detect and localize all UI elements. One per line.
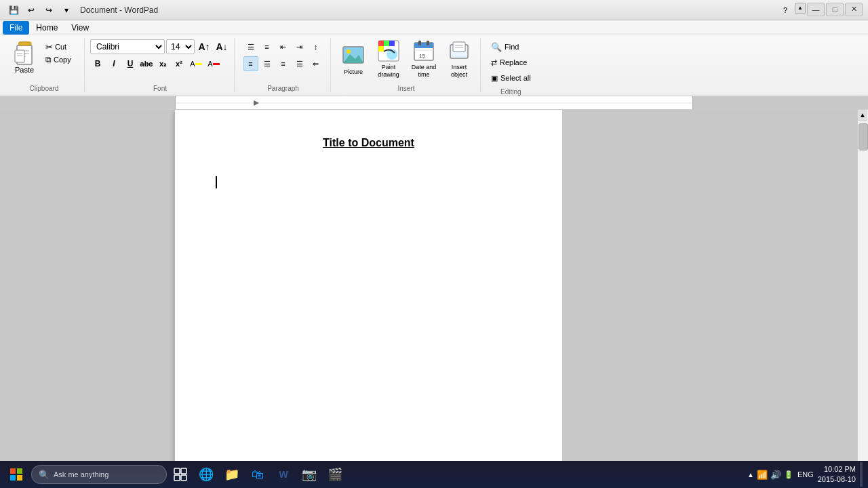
ribbon: Paste ✂ Cut ⧉ Copy Clipboard [0,35,868,96]
clipboard-label: Clipboard [30,85,59,92]
find-button[interactable]: 🔍 Find [486,39,524,54]
system-icons: ▲ 📶 🔊 🔋 [747,470,793,480]
edge-icon[interactable]: 🌐 [194,462,218,487]
align-justify-btn[interactable]: ☰ [292,56,307,71]
svg-rect-6 [15,50,24,62]
scroll-thumb[interactable] [859,123,868,150]
show-desktop-btn[interactable] [860,462,863,487]
svg-rect-33 [174,468,180,474]
editing-label: Editing [500,88,521,96]
photos-icon[interactable]: 📷 [297,462,321,487]
align-left-btn[interactable]: ≡ [243,56,258,71]
insert-group: Picture Pa [332,38,481,92]
strikethrough-button[interactable]: abc [139,56,154,71]
taskbar-search[interactable]: 🔍 Ask me anything [31,465,167,484]
svg-rect-34 [181,468,186,474]
insert-label: Insert [397,85,414,92]
title-bar-title: Document - WordPad [80,5,158,15]
font-size-select[interactable]: 14 [166,39,195,54]
chevron-icon[interactable]: ▲ [747,471,754,479]
superscript-button[interactable]: x² [172,56,186,71]
decrease-indent-btn[interactable]: ⇤ [276,39,291,54]
italic-button[interactable]: I [106,56,121,71]
date-time-icon: 15 [412,39,436,62]
document-area: Title to Document ▲ ▼ [0,110,868,473]
title-bar: 💾 ↩ ↪ ▾ Document - WordPad ? ▲ — □ ✕ [0,0,868,20]
para-row2: ≡ ☰ ≡ ☰ ⇐ [243,56,323,71]
clock[interactable]: 10:02 PM 2015-08-10 [818,464,856,485]
replace-button[interactable]: ⇄ Replace [486,55,532,70]
cut-button[interactable]: ✂ Cut [42,41,80,53]
svg-rect-2 [19,42,30,45]
svg-rect-36 [181,475,186,481]
document-body[interactable] [216,176,521,188]
insert-object-icon [447,39,471,62]
select-all-button[interactable]: ▣ Select all [486,70,536,85]
paste-label: Paste [15,66,34,74]
decrease-font-btn[interactable]: A↓ [214,39,230,54]
subscript-button[interactable]: x₂ [155,56,170,71]
help-btn[interactable]: ? [777,3,793,18]
list-btn[interactable]: ☰ [243,39,258,54]
increase-indent-btn[interactable]: ⇥ [292,39,307,54]
menu-bar: File Home View [0,20,868,35]
svg-rect-21 [427,41,429,45]
close-btn[interactable]: ✕ [845,3,863,16]
ribbon-collapse-btn[interactable]: ▲ [795,3,806,14]
language-indicator[interactable]: ENG [797,470,814,479]
numbered-list-btn[interactable]: ≡ [260,39,275,54]
picture-button[interactable]: Picture [336,39,370,79]
scroll-up-btn[interactable]: ▲ [858,110,867,121]
menu-view[interactable]: View [64,21,96,35]
increase-font-btn[interactable]: A↑ [196,39,212,54]
tab-stop[interactable] [252,99,260,107]
svg-rect-30 [17,468,22,474]
media-icon[interactable]: 🎬 [323,462,347,487]
network-icon[interactable]: 📶 [757,470,768,480]
clock-time: 10:02 PM [818,464,856,474]
paste-button[interactable]: Paste [8,39,41,76]
para-row1: ☰ ≡ ⇤ ⇥ ↕ [243,39,323,54]
explorer-icon[interactable]: 📁 [220,462,244,487]
line-spacing-btn[interactable]: ↕ [309,39,323,54]
word-icon[interactable]: W [271,462,296,487]
paint-icon [376,39,401,62]
menu-file[interactable]: File [3,21,29,35]
paint-drawing-button[interactable]: Paint drawing [372,39,406,79]
bold-button[interactable]: B [90,56,105,71]
font-family-select[interactable]: Calibri [90,39,165,54]
store-icon[interactable]: 🛍 [245,462,270,487]
undo-btn[interactable]: ↩ [23,3,39,18]
volume-icon[interactable]: 🔊 [770,470,781,480]
svg-rect-35 [174,475,180,481]
font-color-btn[interactable]: A [205,56,222,71]
svg-rect-15 [389,41,395,46]
date-time-label: Date and time [409,64,439,79]
ruler [0,96,868,110]
align-center-btn[interactable]: ☰ [260,56,275,71]
redo-btn[interactable]: ↪ [41,3,57,18]
highlight-btn[interactable]: A [188,56,204,71]
paint-label: Paint drawing [374,64,403,79]
insert-object-button[interactable]: Insert object [442,39,476,79]
svg-rect-19 [414,43,433,48]
copy-button[interactable]: ⧉ Copy [42,54,80,66]
minimize-btn[interactable]: — [807,3,825,16]
save-btn[interactable]: 💾 [5,3,22,18]
document-page[interactable]: Title to Document [175,110,562,473]
svg-point-10 [347,49,351,54]
font-row1: Calibri 14 A↑ A↓ [90,39,230,54]
align-right-btn[interactable]: ≡ [276,56,291,71]
rtl-btn[interactable]: ⇐ [309,56,323,71]
task-view-btn[interactable] [168,462,193,487]
underline-button[interactable]: U [123,56,138,71]
svg-rect-20 [418,41,421,45]
menu-home[interactable]: Home [29,21,64,35]
taskbar-right: ▲ 📶 🔊 🔋 ENG 10:02 PM 2015-08-10 [747,462,865,487]
date-time-button[interactable]: 15 Date and time [407,39,441,79]
customize-btn[interactable]: ▾ [58,3,75,18]
start-button[interactable] [3,462,30,487]
battery-icon[interactable]: 🔋 [784,470,793,479]
maximize-btn[interactable]: □ [826,3,844,16]
vertical-scrollbar[interactable]: ▲ ▼ [857,110,868,473]
